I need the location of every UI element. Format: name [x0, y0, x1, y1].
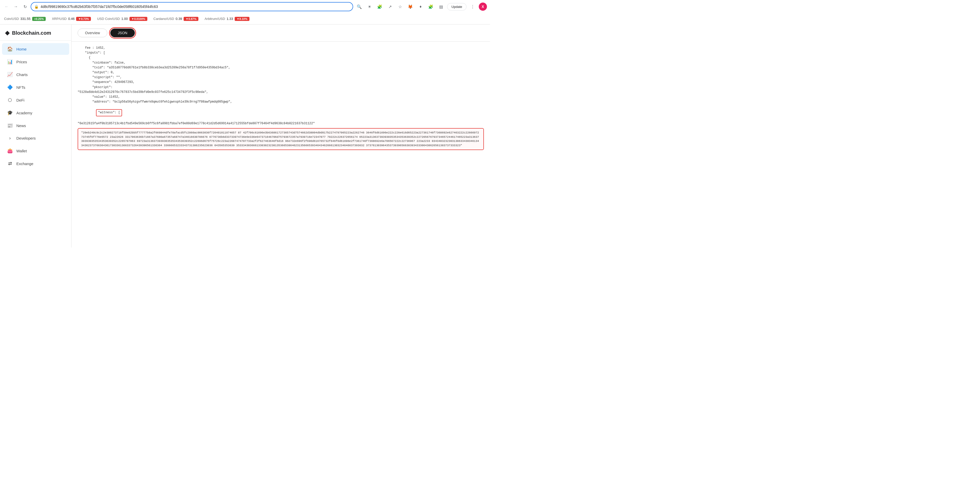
- sidebar-item-label: Prices: [16, 60, 27, 64]
- sidebar-item-label: NFTs: [16, 85, 25, 90]
- update-button[interactable]: Update: [447, 3, 466, 11]
- transaction-container: Overview JSON fee : 1452, "inputs": [ { …: [72, 24, 490, 248]
- json-sequence-line: "sequence": 4294967293,: [78, 80, 484, 85]
- ticker-value: 1.00: [121, 17, 128, 21]
- developers-icon: ›: [7, 135, 13, 141]
- ticker-item-xrp: XRP/USD 0.46 ▼0.73%: [52, 17, 91, 21]
- ticker-label: Arbitrum/USD: [205, 17, 225, 21]
- json-pkscript-line: "pkscript":: [78, 85, 484, 90]
- ticker-badge: ▼0.73%: [76, 17, 91, 21]
- json-inputs-line: "inputs": [: [78, 51, 484, 56]
- extensions2-icon-btn[interactable]: ♦: [417, 3, 425, 11]
- browser-toolbar: ← → ↻ 🔒 🔍 ☀ 🧩 ↗ ☆ 🦊 ♦ 🧩 ▤ Update ⋮ X: [0, 0, 490, 13]
- json-content[interactable]: fee : 1452, "inputs": [ { "coinbase": fa…: [72, 41, 490, 248]
- logo-text: Blockchain.com: [12, 30, 51, 36]
- sidebar-item-label: News: [16, 124, 26, 128]
- toolbar-icons: 🔍 ☀ 🧩 ↗ ☆ 🦊 ♦ 🧩 ▤ Update ⋮ X: [355, 3, 487, 11]
- lock-icon: 🔒: [34, 5, 38, 9]
- ticker-item-usdc: USD Coin/USD 1.00 ▼0.0100%: [97, 17, 147, 21]
- sidebar-item-charts[interactable]: 📈 Charts: [2, 69, 69, 80]
- sidebar-item-home[interactable]: 🏠 Home: [2, 43, 69, 55]
- json-brace-line: {: [78, 56, 484, 60]
- share-icon-btn[interactable]: ↗: [386, 3, 394, 11]
- ticker-value: 1.33: [226, 17, 233, 21]
- bookmark-icon-btn[interactable]: ☆: [396, 3, 404, 11]
- json-pkscript-value: "5120a6bb4d12e24312976c767837c5bd39bfd0e…: [78, 90, 484, 95]
- refresh-button[interactable]: ↻: [21, 3, 29, 10]
- sidebar-logo: ◆ Blockchain.com: [0, 27, 71, 41]
- sidebar-item-label: Exchange: [16, 162, 33, 166]
- json-witness-hex-line: "6e312615fa4f0b3185713c4b1fbd549e569cb6f…: [78, 121, 435, 126]
- sidebar-item-wallet[interactable]: 👛 Wallet: [2, 145, 69, 157]
- json-sigscript-line: "sigscript": "",: [78, 75, 484, 80]
- sidebar-icon-btn[interactable]: ▤: [437, 3, 445, 11]
- ticker-badge: ▼0.0100%: [129, 17, 147, 21]
- metamask-icon-btn[interactable]: 🦊: [406, 3, 414, 11]
- ticker-value: 0.39: [176, 17, 182, 21]
- academy-icon: 🎓: [7, 110, 13, 116]
- nfts-icon: 🔷: [7, 84, 13, 90]
- charts-icon: 📈: [7, 72, 13, 77]
- logo-icon: ◆: [5, 30, 10, 36]
- address-bar[interactable]: [41, 5, 350, 9]
- puzzle-icon-btn[interactable]: 🧩: [427, 3, 435, 11]
- ticker-label: Cardano/USD: [153, 17, 174, 21]
- ticker-badge: +0.25%: [32, 17, 46, 21]
- tab-row: Overview JSON: [72, 24, 490, 41]
- ticker-label: USD Coin/USD: [97, 17, 120, 21]
- ticker-label: XRP/USD: [52, 17, 67, 21]
- ticker-value: 331.55: [21, 17, 31, 21]
- json-txid-line: "txid": "a351d0770dd6761e1fb8b330ceb3ea3…: [78, 65, 484, 70]
- json-coinbase-line: "coinbase": false,: [78, 60, 484, 65]
- news-icon: 📰: [7, 123, 13, 129]
- sidebar-item-prices[interactable]: 📊 Prices: [2, 56, 69, 68]
- sidebar-item-developers[interactable]: › Developers: [2, 132, 69, 144]
- witness-label-highlighted: "witness": [: [96, 109, 122, 116]
- tab-overview[interactable]: Overview: [78, 29, 107, 37]
- tab-json[interactable]: JSON: [110, 29, 135, 37]
- witness-block: "20eb240c9c2c2e380273718f50e82bb5f77777b…: [78, 128, 484, 150]
- sidebar-item-label: Wallet: [16, 149, 27, 153]
- sidebar: ◆ Blockchain.com 🏠 Home 📊 Prices 📈 Chart…: [0, 24, 72, 248]
- sidebar-item-news[interactable]: 📰 News: [2, 120, 69, 132]
- ticker-value: 0.46: [68, 17, 75, 21]
- main-content: Overview JSON fee : 1452, "inputs": [ { …: [72, 24, 490, 248]
- search-icon-btn[interactable]: 🔍: [355, 3, 363, 11]
- sidebar-item-label: Charts: [16, 73, 27, 77]
- sidebar-item-label: Home: [16, 47, 27, 51]
- home-icon: 🏠: [7, 46, 13, 52]
- json-value-line: "value": 11452,: [78, 95, 484, 100]
- sidebar-item-exchange[interactable]: ⇄ Exchange: [2, 158, 69, 170]
- extensions-icon-btn[interactable]: 🧩: [375, 3, 384, 11]
- sidebar-item-label: Developers: [16, 136, 36, 140]
- sidebar-item-defi[interactable]: ⬡ DeFi: [2, 94, 69, 106]
- sidebar-item-label: DeFi: [16, 98, 24, 102]
- exchange-icon: ⇄: [7, 161, 13, 167]
- sidebar-item-academy[interactable]: 🎓 Academy: [2, 107, 69, 119]
- ticker-item-coin: Coin/USD 331.55 +0.25%: [4, 17, 46, 21]
- ticker-item-ada: Cardano/USD 0.39 ▼0.87%: [153, 17, 199, 21]
- ticker-item-arb: Arbitrum/USD 1.33 ▼8.10%: [205, 17, 250, 21]
- theme-icon-btn[interactable]: ☀: [365, 3, 374, 11]
- prices-icon: 📊: [7, 59, 13, 65]
- browser-chrome: ← → ↻ 🔒 🔍 ☀ 🧩 ↗ ☆ 🦊 ♦ 🧩 ▤ Update ⋮ X: [0, 0, 490, 13]
- ticker-badge: ▼8.10%: [235, 17, 250, 21]
- address-bar-container: 🔒: [31, 2, 353, 11]
- ticker-badge: ▼0.87%: [184, 17, 199, 21]
- ticker-label: Coin/USD: [4, 17, 19, 21]
- wallet-icon: 👛: [7, 148, 13, 154]
- sidebar-item-label: Academy: [16, 111, 32, 115]
- back-button[interactable]: ←: [3, 3, 10, 10]
- profile-button[interactable]: X: [479, 3, 487, 11]
- ticker-bar: Coin/USD 331.55 +0.25% XRP/USD 0.46 ▼0.7…: [0, 13, 490, 24]
- json-fee-line: fee : 1452,: [78, 46, 484, 51]
- json-output-line: "output": 0,: [78, 70, 484, 75]
- menu-icon-btn[interactable]: ⋮: [469, 3, 477, 11]
- defi-icon: ⬡: [7, 97, 13, 103]
- sidebar-item-nfts[interactable]: 🔷 NFTs: [2, 81, 69, 93]
- json-address-line: "address": "bc1p56a56yhzgvffwmrk0qmut0fe…: [78, 100, 484, 104]
- app-layout: ◆ Blockchain.com 🏠 Home 📊 Prices 📈 Chart…: [0, 24, 490, 248]
- forward-button[interactable]: →: [12, 3, 19, 10]
- json-witness-line: "witness": [: [78, 104, 484, 121]
